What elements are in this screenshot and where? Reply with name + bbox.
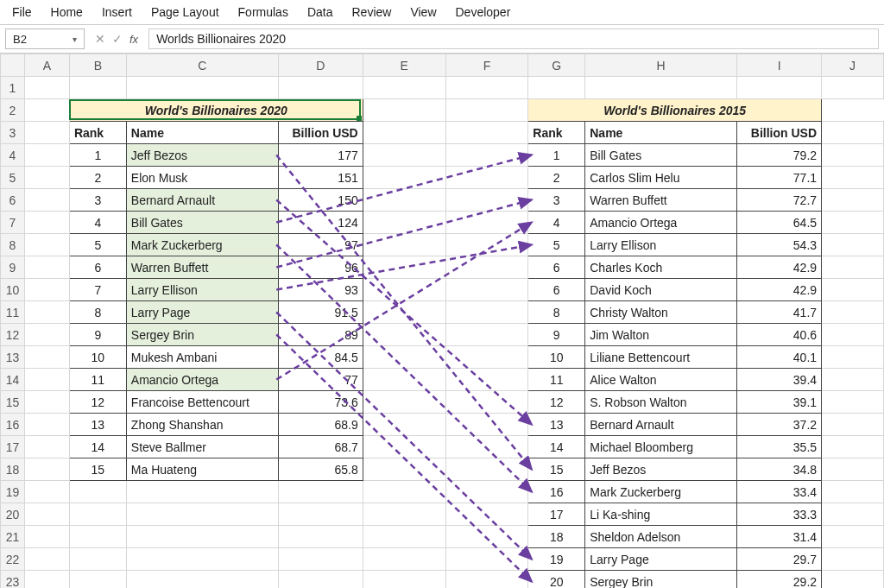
cell-E1[interactable] xyxy=(363,77,445,99)
cell-J1[interactable] xyxy=(822,77,884,99)
cell-G7[interactable]: 4 xyxy=(528,212,585,234)
cell-D16[interactable]: 68.9 xyxy=(278,414,363,436)
col-header-D[interactable]: D xyxy=(278,54,363,77)
cell-H5[interactable]: Carlos Slim Helu xyxy=(585,167,737,189)
cell-C9[interactable]: Warren Buffett xyxy=(126,256,278,279)
row-header-22[interactable]: 22 xyxy=(1,548,25,571)
cell-A16[interactable] xyxy=(24,414,69,436)
cell-D10[interactable]: 93 xyxy=(278,279,363,301)
ribbon-review[interactable]: Review xyxy=(352,5,392,19)
ribbon-view[interactable]: View xyxy=(410,5,436,19)
cell-J10[interactable] xyxy=(822,279,884,301)
col-header-J[interactable]: J xyxy=(822,54,884,77)
cell-J16[interactable] xyxy=(822,414,884,436)
cell-A12[interactable] xyxy=(24,324,69,346)
cell-I14[interactable]: 39.4 xyxy=(737,369,822,391)
cell-H13[interactable]: Liliane Bettencourt xyxy=(585,346,737,369)
cell-B16[interactable]: 13 xyxy=(69,414,126,436)
cell-H18[interactable]: Jeff Bezos xyxy=(585,458,737,481)
cell-D13[interactable]: 84.5 xyxy=(278,346,363,369)
cell-H12[interactable]: Jim Walton xyxy=(585,324,737,346)
cell-E19[interactable] xyxy=(363,481,445,503)
cell-G16[interactable]: 13 xyxy=(528,414,585,436)
cell-C12[interactable]: Sergey Brin xyxy=(126,324,278,346)
cell-B2[interactable]: World's Billionaires 2020 xyxy=(69,99,363,122)
cell-E22[interactable] xyxy=(363,548,445,571)
cell-J11[interactable] xyxy=(822,301,884,324)
cell-D21[interactable] xyxy=(278,526,363,548)
cell-C6[interactable]: Bernard Arnault xyxy=(126,189,278,212)
cell-G14[interactable]: 11 xyxy=(528,369,585,391)
cell-D22[interactable] xyxy=(278,548,363,571)
cell-H17[interactable]: Michael Bloomberg xyxy=(585,436,737,458)
row-header-21[interactable]: 21 xyxy=(1,526,25,548)
row-header-3[interactable]: 3 xyxy=(1,122,25,144)
cell-D19[interactable] xyxy=(278,481,363,503)
cell-A23[interactable] xyxy=(24,571,69,589)
cell-E12[interactable] xyxy=(363,324,445,346)
cell-H8[interactable]: Larry Ellison xyxy=(585,234,737,256)
cell-I4[interactable]: 79.2 xyxy=(737,144,822,167)
cell-C10[interactable]: Larry Ellison xyxy=(126,279,278,301)
cell-C19[interactable] xyxy=(126,481,278,503)
cell-F12[interactable] xyxy=(445,324,528,346)
cell-B22[interactable] xyxy=(69,548,126,571)
ribbon-data[interactable]: Data xyxy=(307,5,333,19)
cell-G13[interactable]: 10 xyxy=(528,346,585,369)
cell-B12[interactable]: 9 xyxy=(69,324,126,346)
cell-G20[interactable]: 17 xyxy=(528,503,585,526)
cell-E4[interactable] xyxy=(363,144,445,167)
cell-C3[interactable]: Name xyxy=(126,122,278,144)
cell-D20[interactable] xyxy=(278,503,363,526)
cell-J8[interactable] xyxy=(822,234,884,256)
cell-A17[interactable] xyxy=(24,436,69,458)
col-header-E[interactable]: E xyxy=(363,54,445,77)
cell-C11[interactable]: Larry Page xyxy=(126,301,278,324)
cell-A20[interactable] xyxy=(24,503,69,526)
cell-F18[interactable] xyxy=(445,458,528,481)
cell-B21[interactable] xyxy=(69,526,126,548)
cell-F5[interactable] xyxy=(445,167,528,189)
cell-F8[interactable] xyxy=(445,234,528,256)
cell-H16[interactable]: Bernard Arnault xyxy=(585,414,737,436)
cell-I5[interactable]: 77.1 xyxy=(737,167,822,189)
fx-icon[interactable]: fx xyxy=(129,33,138,46)
cell-A15[interactable] xyxy=(24,391,69,414)
cell-D4[interactable]: 177 xyxy=(278,144,363,167)
cell-E5[interactable] xyxy=(363,167,445,189)
cell-J6[interactable] xyxy=(822,189,884,212)
cell-D8[interactable]: 97 xyxy=(278,234,363,256)
cell-H11[interactable]: Christy Walton xyxy=(585,301,737,324)
row-header-17[interactable]: 17 xyxy=(1,436,25,458)
cell-D6[interactable]: 150 xyxy=(278,189,363,212)
cell-B8[interactable]: 5 xyxy=(69,234,126,256)
cell-D9[interactable]: 96 xyxy=(278,256,363,279)
cell-B18[interactable]: 15 xyxy=(69,458,126,481)
cell-B19[interactable] xyxy=(69,481,126,503)
cell-H15[interactable]: S. Robson Walton xyxy=(585,391,737,414)
col-header-B[interactable]: B xyxy=(69,54,126,77)
cell-F22[interactable] xyxy=(445,548,528,571)
cell-A1[interactable] xyxy=(24,77,69,99)
cell-C18[interactable]: Ma Huateng xyxy=(126,458,278,481)
cell-E14[interactable] xyxy=(363,369,445,391)
cell-F20[interactable] xyxy=(445,503,528,526)
cell-H3[interactable]: Name xyxy=(585,122,737,144)
cell-I21[interactable]: 31.4 xyxy=(737,526,822,548)
cell-I15[interactable]: 39.1 xyxy=(737,391,822,414)
row-header-13[interactable]: 13 xyxy=(1,346,25,369)
cell-D15[interactable]: 73.6 xyxy=(278,391,363,414)
row-header-14[interactable]: 14 xyxy=(1,369,25,391)
cell-G5[interactable]: 2 xyxy=(528,167,585,189)
cell-A19[interactable] xyxy=(24,481,69,503)
cell-A7[interactable] xyxy=(24,212,69,234)
cell-J21[interactable] xyxy=(822,526,884,548)
cell-A21[interactable] xyxy=(24,526,69,548)
cell-H9[interactable]: Charles Koch xyxy=(585,256,737,279)
ribbon-formulas[interactable]: Formulas xyxy=(238,5,288,19)
cell-I11[interactable]: 41.7 xyxy=(737,301,822,324)
cell-F14[interactable] xyxy=(445,369,528,391)
cell-I19[interactable]: 33.4 xyxy=(737,481,822,503)
cell-G18[interactable]: 15 xyxy=(528,458,585,481)
cell-C23[interactable] xyxy=(126,571,278,589)
